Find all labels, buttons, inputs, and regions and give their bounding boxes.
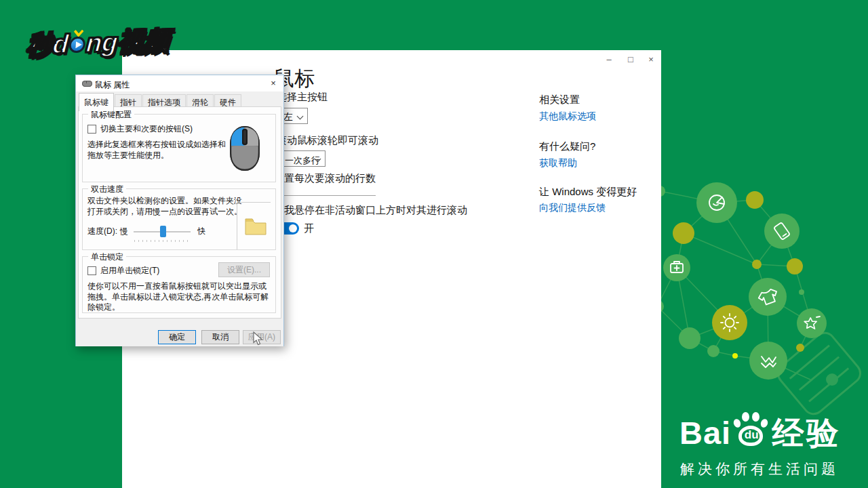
mouse-cursor-icon — [253, 331, 263, 346]
logo-prefix-text: 秒d — [26, 30, 69, 60]
mouse-body — [232, 146, 258, 169]
click-lock-legend: 单击锁定 — [88, 251, 126, 263]
wheel-value: 一次多行 — [285, 155, 320, 167]
dialog-titlebar: 鼠标 属性 × — [76, 75, 283, 92]
dialog-title: 鼠标 属性 — [95, 79, 130, 91]
primary-button-label: 选择主按钮 — [277, 91, 328, 104]
click-lock-group: 单击锁定 启用单击锁定(T) 设置(E)... 使你可以不用一直按着鼠标按钮就可… — [82, 256, 276, 313]
baidu-jingyan-text: 经验 — [772, 415, 841, 451]
tab-mouse-buttons[interactable]: 鼠标键 — [79, 93, 114, 111]
give-feedback-link[interactable]: 向我们提供反馈 — [539, 202, 606, 214]
mouse-illustration — [230, 126, 260, 171]
minimize-button[interactable]: – — [601, 52, 617, 68]
switch-buttons-checkbox[interactable] — [87, 125, 96, 134]
chevron-down-icon — [297, 113, 304, 120]
additional-mouse-options-link[interactable]: 其他鼠标选项 — [539, 110, 596, 123]
logo-suffix-text: ng视频 — [85, 26, 171, 57]
button-config-group: 鼠标键配置 切换主要和次要的按钮(S) 选择此复选框来将右按钮设成如选择和拖放等… — [82, 114, 276, 182]
double-click-group: 双击速度 双击文件夹以检测你的设置。如果文件夹没打开或关闭，请用慢一点的设置再试… — [82, 188, 276, 250]
maximize-button[interactable]: □ — [623, 52, 639, 68]
double-click-desc: 双击文件夹以检测你的设置。如果文件夹没打开或关闭，请用慢一点的设置再试一次。 — [87, 196, 242, 217]
ok-button[interactable]: 确定 — [158, 330, 196, 344]
button-config-desc: 选择此复选框来将右按钮设成如选择和拖放等主要性能使用。 — [87, 140, 226, 161]
baidu-bai-text: Bai — [679, 415, 731, 451]
related-settings-heading: 相关设置 — [539, 94, 580, 106]
wheel-label: 滚动鼠标滚轮即可滚动 — [277, 134, 378, 147]
switch-buttons-label: 切换主要和次要的按钮(S) — [100, 123, 193, 135]
baidu-paw-icon: du — [732, 411, 770, 449]
click-lock-settings-button[interactable]: 设置(E)... — [218, 262, 270, 277]
cancel-button[interactable]: 取消 — [201, 330, 239, 344]
stage: Bai du 经验 解决你所有生活问题 – □ × 鼠标 选择主按钮 左 滚动鼠… — [0, 0, 868, 488]
speed-label: 速度(D): — [87, 226, 117, 237]
mouse-wheel — [242, 129, 248, 145]
speed-slider-thumb[interactable] — [160, 226, 166, 237]
folder-icon — [245, 217, 267, 236]
slow-label: 慢 — [120, 226, 128, 237]
dialog-close-button[interactable]: × — [267, 78, 279, 89]
toggle-state-label: 开 — [304, 222, 314, 235]
toggle-knob — [289, 224, 297, 232]
get-help-link[interactable]: 获取帮助 — [539, 157, 577, 169]
hover-scroll-label: 当我悬停在非活动窗口上方时对其进行滚动 — [274, 204, 467, 217]
primary-button-value: 左 — [283, 111, 293, 123]
slider-ticks — [134, 240, 188, 242]
close-button[interactable]: × — [643, 52, 659, 68]
enable-click-lock-label: 启用单击锁定(T) — [100, 265, 159, 277]
fast-label: 快 — [197, 226, 205, 237]
folder-test-area[interactable] — [237, 202, 271, 249]
miaodong-video-logo: 秒dng视频 — [26, 23, 171, 62]
baidu-tagline: 解决你所有生活问题 — [680, 460, 839, 479]
make-windows-better-heading: 让 Windows 变得更好 — [539, 186, 637, 199]
double-click-legend: 双击速度 — [88, 184, 126, 195]
questions-heading: 有什么疑问? — [539, 140, 595, 153]
mouse-icon — [82, 81, 92, 87]
bulb-base-icon — [774, 329, 864, 418]
baidu-du-text: du — [732, 428, 770, 442]
scroll-lines-label: 设置每次要滚动的行数 — [274, 172, 376, 185]
mouse-properties-dialog: 鼠标 属性 × 鼠标键 指针 指针选项 滑轮 硬件 鼠标键配置 切换主要和次要的… — [75, 75, 284, 346]
baidu-jingyan-logo: Bai du 经验 — [679, 415, 841, 451]
click-lock-desc: 使你可以不用一直按着鼠标按钮就可以突出显示或拖拽。单击鼠标以进入锁定状态,再次单… — [87, 281, 269, 313]
enable-click-lock-checkbox[interactable] — [87, 266, 96, 275]
play-button-icon — [68, 37, 86, 54]
scroll-lines-slider[interactable] — [277, 195, 376, 196]
